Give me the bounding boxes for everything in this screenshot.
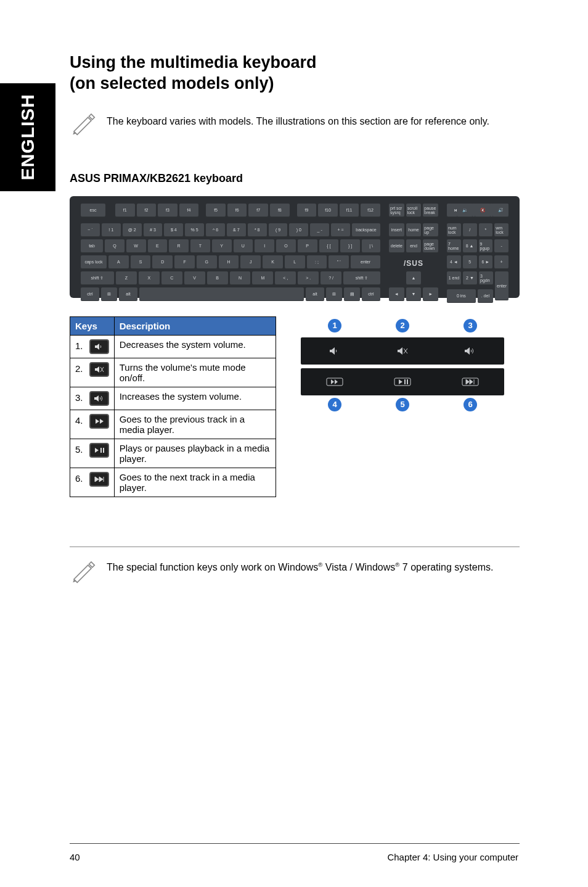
kb-quote: " ' [329, 255, 349, 269]
heading-line2: (on selected models only) [70, 74, 274, 93]
kb-period: > . [298, 271, 319, 285]
kb-esc: esc [81, 204, 105, 217]
volume-down-icon [89, 339, 109, 354]
kb-d: D [152, 255, 173, 269]
keyboard-illustration: 🔉 🔇 🔊 esc f1 f2 f3 f4 f5 f6 f7 [70, 196, 520, 298]
kb-tilde: ~ ` [81, 223, 100, 237]
kb-space [139, 287, 304, 301]
row6-desc: Goes to the next track in a media player… [114, 468, 276, 497]
kb-semicolon: : ; [307, 255, 327, 269]
kb-z: Z [116, 271, 137, 285]
kb-rctrl: ctrl [362, 287, 380, 301]
kb-np-dot: . del [478, 289, 493, 303]
table-row: 5. Plays or pauses playback in a media p… [70, 439, 276, 468]
callout-2: 2 [396, 319, 409, 332]
kb-q: Q [105, 239, 125, 253]
kb-equals: + = [331, 223, 350, 237]
kb-f3: f3 [158, 204, 178, 217]
page-title: Using the multimedia keyboard (on select… [70, 52, 520, 94]
kb-0: ) 0 [289, 223, 308, 237]
kb-media-volup: 🔊 [492, 204, 508, 217]
kb-minus: _ - [310, 223, 329, 237]
language-label: ENGLISH [17, 94, 38, 180]
kb-home: home [406, 223, 422, 237]
kb-rshift: shift ⇧ [343, 271, 380, 285]
footer-rule [70, 843, 520, 844]
kb-np9: 9 pgup [479, 239, 493, 253]
page-number: 40 [70, 852, 80, 862]
kb-arrow-down: ▼ [406, 287, 422, 301]
row6-num: 6. [75, 472, 83, 483]
kb-e: E [148, 239, 168, 253]
info-note-2-text: The special function keys only work on W… [107, 556, 493, 573]
kb-backspace: backspace [352, 223, 380, 237]
kb-g: G [197, 255, 217, 269]
kb-lctrl: ctrl [81, 287, 99, 301]
note2-mid: Vista / Windows [322, 562, 395, 572]
kb-end: end [406, 239, 422, 253]
heading-line1: Using the multimedia keyboard [70, 53, 317, 72]
kb-lbracket: { [ [319, 239, 339, 253]
kb-c: C [161, 271, 182, 285]
kb-p: P [298, 239, 317, 253]
table-row: 3. Increases the system volume. [70, 387, 276, 410]
kb-t: T [190, 239, 210, 253]
row1-desc: Decreases the system volume. [114, 335, 276, 358]
diag-next [436, 368, 504, 395]
chapter-label: Chapter 4: Using your computer [387, 852, 518, 862]
mute-icon [89, 362, 109, 377]
row5-desc: Plays or pauses playback in a media play… [114, 439, 276, 468]
info-note-2: The special function keys only work on W… [70, 547, 520, 586]
kb-u: U [234, 239, 253, 253]
kb-scrlk: scroll lock [406, 204, 422, 217]
kb-np6: 6 ► [479, 255, 493, 269]
kb-capslock: caps lock [81, 255, 107, 269]
kb-7: & 7 [227, 223, 246, 237]
language-sidebar: ENGLISH [0, 83, 55, 191]
volume-up-icon [89, 391, 109, 406]
kb-h: H [219, 255, 239, 269]
kb-pgup: page up [423, 223, 438, 237]
table-row: 4. Goes to the previous track in a media… [70, 410, 276, 439]
kb-np-mul: * [479, 223, 493, 237]
callout-1: 1 [328, 319, 341, 332]
kb-v: V [184, 271, 205, 285]
kb-l: L [285, 255, 305, 269]
kb-9: ( 9 [269, 223, 288, 237]
kb-i: I [255, 239, 274, 253]
prev-track-icon [89, 414, 109, 429]
table-row: 2. Turns the volume's mute mode on/off. [70, 358, 276, 387]
pen-icon [70, 110, 96, 138]
kb-np7: 7 home [447, 239, 461, 253]
kb-f5: f5 [206, 204, 226, 217]
kb-enter: enter [351, 255, 380, 269]
kb-comma: < , [275, 271, 296, 285]
kb-prtscr: prt scr sysrq [389, 204, 404, 217]
kb-f11: f11 [340, 204, 359, 217]
kb-b: B [207, 271, 228, 285]
kb-f: F [174, 255, 195, 269]
row3-desc: Increases the system volume. [114, 387, 276, 410]
kb-s: S [131, 255, 151, 269]
kb-arrow-up: ▲ [406, 271, 421, 285]
kb-x: X [139, 271, 160, 285]
th-desc: Description [114, 316, 276, 335]
diag-play [369, 368, 436, 395]
kb-delete: delete [389, 239, 404, 253]
kb-wmlock: wm lock [494, 223, 508, 237]
row5-num: 5. [75, 444, 83, 454]
kb-6: ^ 6 [206, 223, 225, 237]
kb-m: M [252, 271, 273, 285]
row4-desc: Goes to the previous track in a media pl… [114, 410, 276, 439]
row4-num: 4. [75, 415, 83, 425]
kb-pause: pause break [423, 204, 438, 217]
kb-f2: f2 [137, 204, 157, 217]
kb-np-minus: - [494, 239, 508, 253]
callout-4: 4 [328, 398, 341, 411]
kb-win: ⊞ [101, 287, 117, 301]
row2-desc: Turns the volume's mute mode on/off. [114, 358, 276, 387]
kb-y: Y [212, 239, 232, 253]
media-key-diagram: 1 2 3 4 5 [301, 316, 504, 497]
kb-tab: tab [81, 239, 103, 253]
kb-pgdn: page down [423, 239, 438, 253]
